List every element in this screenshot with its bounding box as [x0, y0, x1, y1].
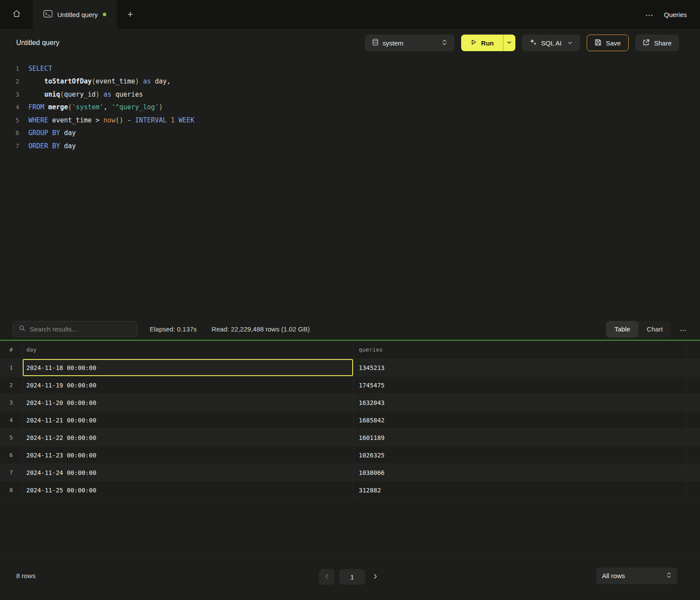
row-number: 7 [0, 464, 22, 481]
code-line[interactable]: 7 ORDER BY day [0, 140, 700, 153]
save-button[interactable]: Save [587, 35, 629, 51]
terminal-icon [43, 10, 52, 19]
home-button[interactable] [0, 0, 33, 29]
table-row[interactable]: 8 2024-11-25 00:00:00 312882 [0, 481, 700, 499]
cell-queries[interactable]: 312882 [353, 481, 686, 499]
code-text: FROM merge('system', '^query_log') [19, 103, 163, 111]
page-button[interactable]: 1 [339, 569, 365, 585]
results-panel: Elapsed: 0.137s Read: 22,229,488 rows (1… [0, 318, 700, 558]
line-number: 6 [0, 129, 19, 136]
row-number: 3 [0, 394, 22, 411]
search-icon [19, 325, 25, 333]
page-title: Untitled query [16, 39, 60, 47]
run-label: Run [481, 39, 494, 47]
ellipsis-icon [679, 325, 687, 333]
unsaved-changes-dot [103, 13, 106, 16]
code-line[interactable]: 6 GROUP BY day [0, 127, 700, 140]
column-header-queries: queries [353, 341, 686, 359]
cell-day[interactable]: 2024-11-19 00:00:00 [22, 377, 353, 394]
results-toolbar: Elapsed: 0.137s Read: 22,229,488 rows (1… [0, 318, 700, 340]
cell-queries[interactable]: 1345213 [353, 359, 686, 376]
code-line[interactable]: 2 toStartOfDay(event_time) as day, [0, 75, 700, 88]
code-line[interactable]: 5 WHERE event_time > now() - INTERVAL 1 … [0, 114, 700, 127]
cell-day[interactable]: 2024-11-21 00:00:00 [22, 412, 353, 429]
code-text: SELECT [19, 65, 52, 73]
run-options-button[interactable] [503, 35, 515, 51]
results-search-input[interactable] [30, 325, 131, 333]
save-label: Save [606, 39, 621, 47]
tab-title: Untitled query [57, 11, 98, 18]
cell-queries[interactable]: 1038066 [353, 464, 686, 481]
line-number: 1 [0, 65, 19, 72]
table-header: # day queries [0, 341, 700, 359]
database-icon [372, 38, 378, 47]
row-number: 6 [0, 447, 22, 464]
chevron-up-down-icon [666, 572, 672, 580]
table-row[interactable]: 7 2024-11-24 00:00:00 1038066 [0, 464, 700, 481]
chart-view-button[interactable]: Chart [638, 321, 671, 338]
table-row[interactable]: 3 2024-11-20 00:00:00 1632043 [0, 394, 700, 412]
code-line[interactable]: 1 SELECT [0, 62, 700, 75]
row-gutter [686, 412, 700, 429]
sql-editor[interactable]: 1 SELECT 2 toStartOfDay(event_time) as d… [0, 57, 700, 318]
sql-console-app: Untitled query + Queries Untitled query … [0, 0, 700, 600]
prev-page-button[interactable] [319, 569, 335, 585]
rows-per-page-select[interactable]: All rows [596, 568, 677, 584]
chevron-down-icon [567, 40, 573, 45]
cell-day[interactable]: 2024-11-23 00:00:00 [22, 447, 353, 464]
pagination: 1 [319, 569, 381, 585]
ellipsis-icon [645, 10, 653, 18]
cell-day[interactable]: 2024-11-24 00:00:00 [22, 464, 353, 481]
line-number: 3 [0, 91, 19, 98]
cell-day[interactable]: 2024-11-22 00:00:00 [22, 429, 353, 446]
table-row[interactable]: 2 2024-11-19 00:00:00 1745475 [0, 377, 700, 394]
row-gutter [686, 481, 700, 499]
results-search-box[interactable] [13, 321, 137, 337]
cell-queries[interactable]: 1685842 [353, 412, 686, 429]
sql-ai-button[interactable]: SQL AI [522, 35, 580, 51]
queries-link[interactable]: Queries [664, 11, 687, 18]
table-row[interactable]: 6 2024-11-23 00:00:00 1026325 [0, 447, 700, 464]
tabbar-menu-button[interactable] [645, 10, 653, 18]
run-button[interactable]: Run [461, 35, 503, 51]
code-line[interactable]: 4 FROM merge('system', '^query_log') [0, 101, 700, 114]
share-button[interactable]: Share [635, 35, 679, 51]
chevron-up-down-icon [442, 39, 447, 47]
code-text: toStartOfDay(event_time) as day, [19, 77, 171, 85]
table-row[interactable]: 1 2024-11-18 00:00:00 1345213 [0, 359, 700, 377]
code-text: ORDER BY day [19, 142, 76, 150]
cell-queries[interactable]: 1026325 [353, 447, 686, 464]
cell-queries[interactable]: 1601189 [353, 429, 686, 446]
row-gutter [686, 394, 700, 411]
cell-day[interactable]: 2024-11-25 00:00:00 [22, 481, 353, 499]
next-page-button[interactable] [370, 569, 381, 585]
tab-untitled-query[interactable]: Untitled query [33, 0, 117, 29]
cell-queries[interactable]: 1632043 [353, 394, 686, 411]
row-number: 8 [0, 481, 22, 499]
new-tab-button[interactable]: + [117, 0, 144, 29]
row-gutter [686, 447, 700, 464]
cell-day[interactable]: 2024-11-18 00:00:00 [22, 359, 353, 376]
table-row[interactable]: 5 2024-11-22 00:00:00 1601189 [0, 429, 700, 447]
code-line[interactable]: 3 uniq(query_id) as queries [0, 88, 700, 101]
row-gutter [686, 429, 700, 446]
results-menu-button[interactable] [679, 325, 687, 333]
table-view-button[interactable]: Table [606, 321, 638, 338]
sql-ai-label: SQL AI [541, 39, 562, 47]
share-label: Share [654, 39, 672, 47]
code-text: uniq(query_id) as queries [19, 91, 143, 98]
column-header-index: # [0, 341, 22, 359]
run-button-group: Run [461, 35, 515, 51]
line-number: 7 [0, 143, 19, 150]
tabbar-right: Queries [645, 0, 700, 29]
cell-day[interactable]: 2024-11-20 00:00:00 [22, 394, 353, 411]
table-row[interactable]: 4 2024-11-21 00:00:00 1685842 [0, 412, 700, 429]
play-icon [470, 39, 477, 47]
cell-queries[interactable]: 1745475 [353, 377, 686, 394]
row-count: 8 rows [16, 572, 35, 579]
row-gutter [686, 464, 700, 481]
row-number: 2 [0, 377, 22, 394]
database-selector[interactable]: system [365, 35, 455, 51]
save-icon [595, 39, 602, 47]
row-number: 4 [0, 412, 22, 429]
